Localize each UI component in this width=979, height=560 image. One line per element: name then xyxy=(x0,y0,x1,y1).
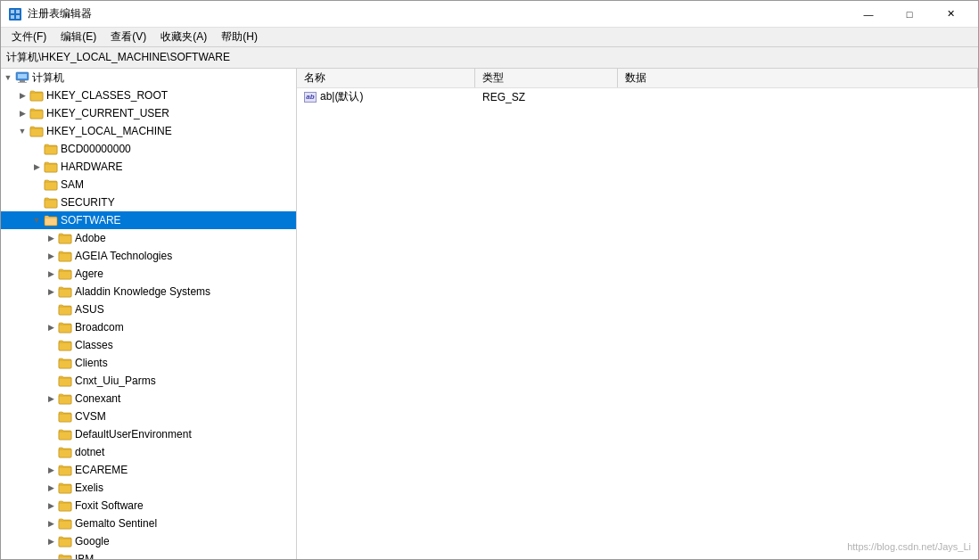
tree-node-gemalto[interactable]: ▶ Gemalto Sentinel xyxy=(1,515,296,532)
expand-btn-computer[interactable]: ▼ xyxy=(1,70,15,85)
tree-node-adobe[interactable]: ▶ Adobe xyxy=(1,229,296,247)
expand-btn-ecareme[interactable]: ▶ xyxy=(44,463,58,477)
folder-icon-hkey_classes_root xyxy=(29,89,44,102)
tree-node-computer[interactable]: ▼ 计算机 xyxy=(1,69,296,86)
col-header-data[interactable]: 数据 xyxy=(618,69,978,87)
tree-node-sam[interactable]: ▶ SAM xyxy=(1,176,296,194)
tree-node-hkey_local_machine[interactable]: ▼ HKEY_LOCAL_MACHINE xyxy=(1,122,296,140)
tree-node-foxit[interactable]: ▶ Foxit Software xyxy=(1,497,296,515)
tree-node-asus[interactable]: ▶ ASUS xyxy=(1,301,296,318)
expand-btn-hkey_classes_root[interactable]: ▶ xyxy=(15,88,29,103)
menu-item-编辑(E)[interactable]: 编辑(E) xyxy=(53,28,103,46)
col-header-type[interactable]: 类型 xyxy=(475,69,618,87)
node-label-computer: 计算机 xyxy=(32,70,64,86)
menu-item-帮助(H)[interactable]: 帮助(H) xyxy=(214,28,265,46)
tree-node-google[interactable]: ▶ Google xyxy=(1,532,296,550)
expand-btn-foxit[interactable]: ▶ xyxy=(44,498,58,513)
close-button[interactable]: ✕ xyxy=(930,1,971,28)
cell-type: REG_SZ xyxy=(475,88,618,105)
folder-icon-defaultuserenvironment xyxy=(58,428,72,441)
tree-node-hkey_classes_root[interactable]: ▶ HKEY_CLASSES_ROOT xyxy=(1,86,296,104)
svg-rect-4 xyxy=(16,15,20,19)
tree-node-security[interactable]: ▶ SECURITY xyxy=(1,194,296,211)
folder-icon-dotnet xyxy=(58,446,72,458)
svg-rect-1 xyxy=(11,10,14,13)
folder-icon-cvsm xyxy=(58,410,72,423)
node-label-gemalto: Gemalto Sentinel xyxy=(75,517,157,530)
tree-node-classes[interactable]: ▶ Classes xyxy=(1,336,296,354)
right-panel: 名称 类型 数据 ab ab|(默认) REG_SZ xyxy=(297,69,978,559)
tree-panel[interactable]: ▼ 计算机▶ HKEY_CLASSES_ROOT▶ HKEY_CURRENT_U… xyxy=(1,69,297,559)
tree-node-cnxt_uiu_parms[interactable]: ▶ Cnxt_Uiu_Parms xyxy=(1,372,296,390)
node-label-cvsm: CVSM xyxy=(75,410,106,423)
folder-icon-security xyxy=(44,196,58,209)
window-title: 注册表编辑器 xyxy=(28,6,848,21)
node-label-hkey_local_machine: HKEY_LOCAL_MACHINE xyxy=(46,125,172,137)
tree-node-ecareme[interactable]: ▶ ECAREME xyxy=(1,461,296,479)
folder-icon-agere xyxy=(58,268,72,280)
registry-editor-window: 注册表编辑器 — □ ✕ 文件(F)编辑(E)查看(V)收藏夹(A)帮助(H) … xyxy=(0,0,979,560)
folder-icon-exelis xyxy=(58,482,72,494)
cell-value xyxy=(618,88,978,105)
folder-icon-ibm xyxy=(58,553,72,559)
expand-btn-software[interactable]: ▼ xyxy=(29,213,44,227)
tree-node-exelis[interactable]: ▶ Exelis xyxy=(1,479,296,497)
node-label-sam: SAM xyxy=(61,178,84,191)
node-label-aladdin: Aladdin Knowledge Systems xyxy=(75,285,210,298)
menu-item-文件(F)[interactable]: 文件(F) xyxy=(4,28,53,46)
tree-node-agere[interactable]: ▶ Agere xyxy=(1,265,296,283)
expand-btn-hkey_current_user[interactable]: ▶ xyxy=(15,106,29,120)
expand-btn-conexant[interactable]: ▶ xyxy=(44,391,58,406)
tree-node-defaultuserenvironment[interactable]: ▶ DefaultUserEnvironment xyxy=(1,425,296,443)
expand-btn-ageia[interactable]: ▶ xyxy=(44,249,58,263)
expand-btn-google[interactable]: ▶ xyxy=(44,534,58,548)
menu-item-收藏夹(A)[interactable]: 收藏夹(A) xyxy=(153,28,214,46)
node-label-dotnet: dotnet xyxy=(75,446,104,458)
expand-btn-hardware[interactable]: ▶ xyxy=(29,160,44,174)
expand-btn-agere[interactable]: ▶ xyxy=(44,267,58,281)
expand-btn-aladdin[interactable]: ▶ xyxy=(44,284,58,299)
node-label-exelis: Exelis xyxy=(75,482,103,494)
tree-node-ibm[interactable]: ▶ IBM xyxy=(1,550,296,559)
svg-rect-7 xyxy=(20,80,25,82)
tree-node-conexant[interactable]: ▶ Conexant xyxy=(1,390,296,408)
svg-rect-8 xyxy=(18,82,27,83)
expand-btn-exelis[interactable]: ▶ xyxy=(44,481,58,495)
address-text: 计算机\HKEY_LOCAL_MACHINE\SOFTWARE xyxy=(6,50,230,65)
node-label-cnxt_uiu_parms: Cnxt_Uiu_Parms xyxy=(75,375,156,387)
folder-icon-conexant xyxy=(58,392,72,405)
node-label-foxit: Foxit Software xyxy=(75,499,144,512)
tree-node-bcd00000000[interactable]: ▶ BCD00000000 xyxy=(1,140,296,158)
expand-btn-broadcom[interactable]: ▶ xyxy=(44,320,58,334)
expand-btn-adobe[interactable]: ▶ xyxy=(44,231,58,245)
node-label-bcd00000000: BCD00000000 xyxy=(61,143,131,155)
folder-icon-gemalto xyxy=(58,517,72,530)
tree-node-aladdin[interactable]: ▶ Aladdin Knowledge Systems xyxy=(1,283,296,301)
node-label-clients: Clients xyxy=(75,357,108,369)
expand-btn-gemalto[interactable]: ▶ xyxy=(44,516,58,531)
maximize-button[interactable]: □ xyxy=(889,1,930,28)
tree-node-dotnet[interactable]: ▶ dotnet xyxy=(1,443,296,461)
tree-node-clients[interactable]: ▶ Clients xyxy=(1,354,296,372)
table-header: 名称 类型 数据 xyxy=(297,69,978,88)
tree-node-cvsm[interactable]: ▶ CVSM xyxy=(1,408,296,425)
tree-node-hkey_current_user[interactable]: ▶ HKEY_CURRENT_USER xyxy=(1,104,296,122)
tree-node-broadcom[interactable]: ▶ Broadcom xyxy=(1,318,296,336)
svg-rect-6 xyxy=(18,74,27,78)
tree-node-hardware[interactable]: ▶ HARDWARE xyxy=(1,158,296,176)
folder-icon-hkey_current_user xyxy=(29,107,44,119)
folder-icon-clients xyxy=(58,357,72,369)
cell-name: ab ab|(默认) xyxy=(297,88,475,105)
table-row[interactable]: ab ab|(默认) REG_SZ xyxy=(297,88,978,106)
col-header-name[interactable]: 名称 xyxy=(297,69,475,87)
node-label-hardware: HARDWARE xyxy=(61,161,123,173)
expand-btn-hkey_local_machine[interactable]: ▼ xyxy=(15,124,29,138)
node-label-software: SOFTWARE xyxy=(61,214,121,226)
menu-item-查看(V)[interactable]: 查看(V) xyxy=(103,28,153,46)
folder-icon-computer xyxy=(15,71,29,84)
minimize-button[interactable]: — xyxy=(848,1,889,28)
tree-node-software[interactable]: ▼ SOFTWARE xyxy=(1,211,296,229)
tree-node-ageia[interactable]: ▶ AGEIA Technologies xyxy=(1,247,296,265)
node-label-security: SECURITY xyxy=(61,196,115,209)
folder-icon-hardware xyxy=(44,161,58,173)
